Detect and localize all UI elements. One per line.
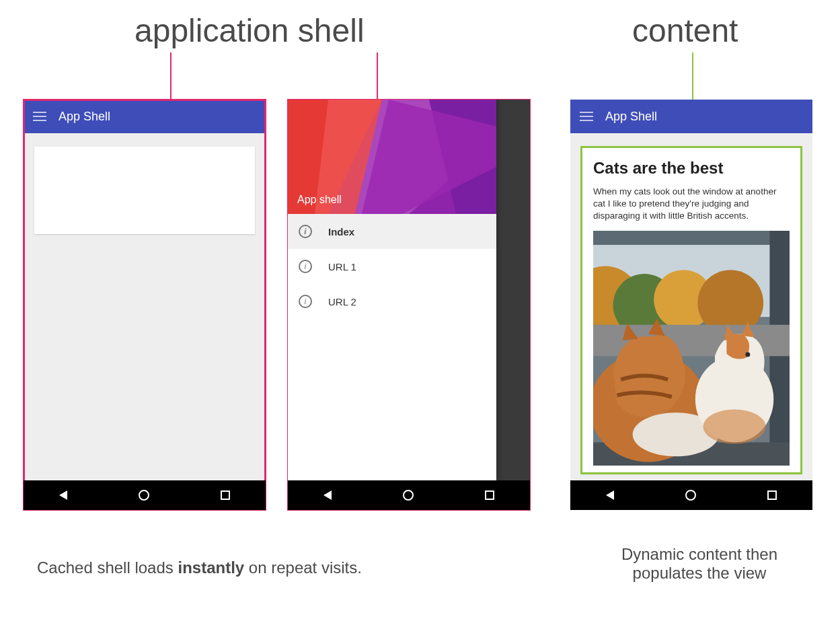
- nav-back-icon[interactable]: [606, 490, 614, 500]
- caption-shell: Cached shell loads instantly on repeat v…: [37, 558, 521, 577]
- android-navbar: [24, 480, 266, 510]
- drawer-header-title: App shell: [297, 194, 342, 206]
- svg-rect-7: [593, 231, 790, 245]
- drawer-item-label: Index: [328, 226, 354, 238]
- drawer-item-url2[interactable]: i URL 2: [288, 284, 496, 319]
- article-image-cats: [593, 231, 790, 466]
- appbar: App Shell: [24, 100, 266, 133]
- nav-back-icon[interactable]: [323, 490, 332, 500]
- heading-app-shell: application shell: [135, 12, 365, 49]
- info-icon: i: [299, 260, 312, 273]
- info-icon: i: [299, 295, 312, 308]
- android-navbar: [288, 480, 530, 510]
- connector-line-shell-1: [170, 52, 171, 100]
- drawer-list: i Index i URL 1 i URL 2: [288, 214, 496, 480]
- appbar-title: App Shell: [59, 110, 110, 124]
- nav-home-icon[interactable]: [403, 490, 414, 501]
- drawer-item-label: URL 2: [328, 296, 356, 307]
- caption-shell-strong: instantly: [178, 558, 244, 577]
- caption-shell-pre: Cached shell loads: [37, 558, 178, 577]
- connector-line-shell-2: [377, 52, 378, 100]
- nav-recent-icon[interactable]: [767, 490, 777, 500]
- info-icon: i: [299, 225, 312, 238]
- nav-back-icon[interactable]: [59, 490, 67, 500]
- drawer-item-index[interactable]: i Index: [288, 214, 496, 249]
- android-navbar: [570, 480, 812, 510]
- svg-point-23: [745, 352, 750, 357]
- appbar-title: App Shell: [605, 110, 657, 124]
- phone-shell-drawer: App shell i Index i URL 1 i URL 2: [288, 100, 530, 510]
- hamburger-icon[interactable]: [33, 112, 46, 121]
- article-body: When my cats look out the window at anot…: [593, 186, 790, 223]
- heading-content: content: [632, 12, 738, 49]
- drawer-header: App shell: [288, 100, 496, 214]
- nav-recent-icon[interactable]: [221, 490, 230, 500]
- svg-point-24: [703, 409, 765, 443]
- phone-content: App Shell Cats are the best When my cats…: [570, 100, 812, 510]
- nav-recent-icon[interactable]: [485, 490, 494, 500]
- caption-content: Dynamic content then populates the view: [585, 545, 814, 583]
- hamburger-icon[interactable]: [580, 112, 593, 121]
- nav-home-icon[interactable]: [139, 490, 149, 501]
- appbar: App Shell: [570, 100, 812, 133]
- content-card: Cats are the best When my cats look out …: [581, 147, 802, 474]
- drawer-item-url1[interactable]: i URL 1: [288, 249, 496, 284]
- article-title: Cats are the best: [593, 159, 790, 178]
- nav-home-icon[interactable]: [685, 490, 696, 501]
- phone-shell-empty: App Shell: [24, 100, 266, 510]
- content-placeholder-card: [34, 147, 255, 234]
- caption-shell-post: on repeat visits.: [244, 558, 362, 577]
- drawer-item-label: URL 1: [328, 261, 356, 272]
- nav-drawer: App shell i Index i URL 1 i URL 2: [288, 100, 496, 480]
